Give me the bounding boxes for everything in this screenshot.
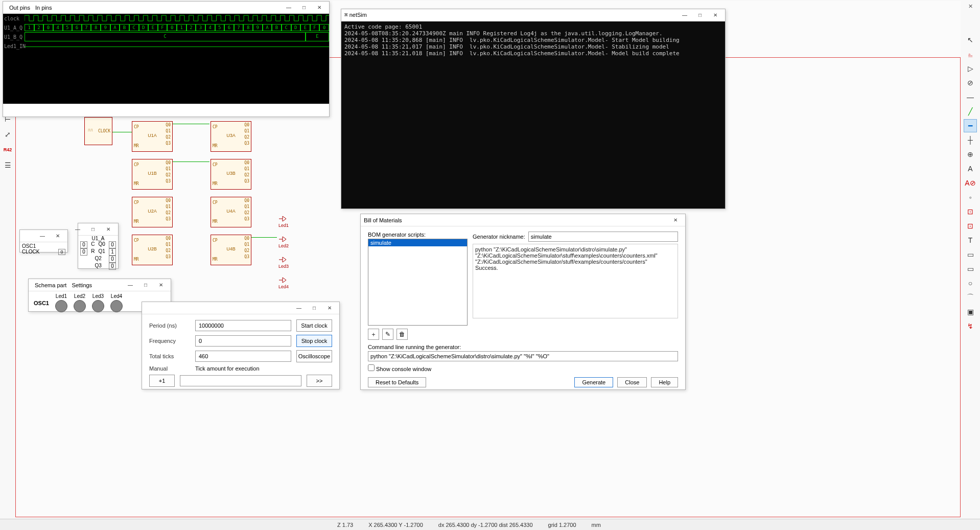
osc1-symbol[interactable]: OSC1 ⎍⎍ CLOCK	[84, 117, 112, 145]
tool-circle[interactable]: ○	[964, 276, 977, 290]
hex-cell: 0	[167, 24, 177, 31]
tool-highlight[interactable]: ⎁	[964, 48, 977, 61]
oscilloscope-button[interactable]: Oscilloscope	[296, 350, 332, 362]
maximize-icon[interactable]: □	[139, 280, 152, 290]
maximize-icon[interactable]: □	[297, 3, 311, 13]
maximize-icon[interactable]: □	[693, 10, 707, 20]
period-input[interactable]	[195, 320, 291, 331]
status-unit[interactable]: mm	[592, 522, 601, 528]
tick-amount-input[interactable]	[180, 375, 301, 386]
close-icon[interactable]: ✕	[51, 231, 64, 241]
hex-cell: B	[120, 24, 129, 31]
chip-u3a[interactable]: U3ACPMRQ0Q1Q2Q3	[211, 121, 251, 152]
minimize-icon[interactable]: —	[282, 3, 295, 13]
led4-indicator	[110, 300, 123, 312]
tool-image[interactable]: ▣	[964, 305, 977, 318]
tool-busentry[interactable]: ┼	[964, 133, 977, 147]
close-icon[interactable]: ✕	[154, 280, 168, 290]
bom-script-item[interactable]: simulate	[368, 239, 467, 246]
tool-sheetpin[interactable]: ⊡	[964, 219, 977, 233]
cmdline-label: Command line running the generator:	[368, 344, 678, 350]
chip-u2a[interactable]: U2ACPMRQ0Q1Q2Q3	[132, 197, 173, 227]
hex-cell: A	[110, 24, 120, 31]
frequency-label: Frequency	[149, 338, 190, 344]
hex-cell: E	[148, 24, 158, 31]
tool-hierlabel[interactable]: A⊘	[964, 176, 977, 190]
tool-no-connect[interactable]: ⊘	[964, 76, 977, 89]
oscilloscope-view[interactable]: clock U1_A_Q U1_B_Q Led1_IN 120456789ABC…	[3, 14, 329, 104]
chip-u4b[interactable]: U4BCPMRQ0Q1Q2Q3	[211, 235, 251, 265]
add-script-button[interactable]: ＋	[368, 329, 379, 340]
bom-dialog: Bill of Materials ✕ BOM generator script…	[360, 214, 686, 390]
chip-u2b[interactable]: U2BCPMRQ0Q1Q2Q3	[132, 235, 173, 265]
tool-arc[interactable]: ⌒	[964, 291, 977, 304]
console-output[interactable]: Active code page: 65001 2024-05-08T08:35…	[341, 21, 725, 209]
nickname-input[interactable]	[528, 232, 678, 242]
help-button[interactable]: Help	[651, 377, 678, 387]
minimize-icon[interactable]: —	[71, 224, 84, 235]
tool-text[interactable]: T	[964, 234, 977, 247]
app-close[interactable]: ✕	[963, 1, 978, 11]
tool-ref-designator[interactable]: R42	[1, 143, 14, 156]
cmdline-input[interactable]	[368, 351, 678, 361]
maximize-icon[interactable]: □	[308, 303, 321, 313]
right-toolbar: ↖ ⎁ ▷ ⊘ — ╱ ━ ┼ ⊕ A A⊘ ◦ ⊡ ⊡ T ▭ ▭ ○ ⌒ ▣…	[964, 33, 979, 333]
hex-cell: 1	[177, 24, 186, 31]
hex-cell: 5	[215, 24, 225, 31]
start-clock-button[interactable]: Start clock	[296, 319, 332, 332]
tab-out-pins[interactable]: Out pins	[9, 5, 30, 11]
hex-cell: 4	[205, 24, 215, 31]
tool-wire[interactable]: ╱	[964, 105, 977, 118]
tool-junction[interactable]: —	[964, 90, 977, 104]
tool-netlabel[interactable]: ⊕	[964, 148, 977, 161]
bom-scripts-listbox[interactable]: simulate	[368, 239, 468, 326]
clock-control-window: — □ ✕ Period (ns) Start clock Frequency …	[142, 302, 340, 389]
tab-in-pins[interactable]: In pins	[35, 5, 52, 11]
tool-rect[interactable]: ▭	[964, 248, 977, 261]
tool-measure[interactable]: ⤢	[1, 128, 14, 141]
tool-bus[interactable]: ━	[964, 119, 977, 132]
plus-one-button[interactable]: +1	[149, 375, 175, 387]
delete-script-button[interactable]: 🗑	[396, 329, 408, 340]
tool-rect2[interactable]: ▭	[964, 262, 977, 275]
close-icon[interactable]: ✕	[669, 215, 682, 225]
hex-cell: C	[129, 24, 139, 31]
minimize-icon[interactable]: —	[678, 10, 691, 20]
stop-clock-button[interactable]: Stop clock	[296, 335, 332, 347]
tool-select[interactable]: ↖	[964, 33, 977, 47]
tool-sheet[interactable]: ⊡	[964, 205, 977, 218]
frequency-input[interactable]	[195, 335, 291, 347]
tab-settings[interactable]: Settings	[72, 282, 92, 288]
chip-u1a[interactable]: U1ACPMRQ0Q1Q2Q3	[132, 121, 173, 152]
led1in-trace	[25, 47, 329, 56]
tool-power[interactable]: ◦	[964, 191, 977, 204]
minimize-icon[interactable]: —	[292, 303, 306, 313]
schema-part-osc-label: OSC1	[34, 300, 49, 306]
minimize-icon[interactable]: —	[36, 231, 49, 241]
chip-u1b[interactable]: U1BCPMRQ0Q1Q2Q3	[132, 159, 173, 190]
tab-schema-part[interactable]: Schema part	[35, 282, 66, 288]
close-icon[interactable]: ✕	[313, 3, 326, 13]
tool-globallabel[interactable]: A	[964, 162, 977, 175]
close-button[interactable]: Close	[617, 377, 647, 387]
tool-delete[interactable]: ↯	[964, 319, 977, 333]
tool-place-symbol[interactable]: ▷	[964, 62, 977, 75]
chip-u3b[interactable]: U3BCPMRQ0Q1Q2Q3	[211, 159, 251, 190]
wire	[251, 237, 277, 238]
led1-label: Led1	[56, 293, 67, 299]
hex-cell: F	[158, 24, 168, 31]
chip-u4a[interactable]: U4ACPMRQ0Q1Q2Q3	[211, 197, 251, 227]
close-icon[interactable]: ✕	[102, 224, 115, 235]
minimize-icon[interactable]: —	[124, 280, 137, 290]
reset-defaults-button[interactable]: Reset to Defaults	[368, 377, 426, 387]
edit-script-button[interactable]: ✎	[382, 329, 393, 340]
tool-panel[interactable]: ☰	[1, 158, 14, 172]
close-icon[interactable]: ✕	[709, 10, 722, 20]
generate-button[interactable]: Generate	[574, 377, 613, 387]
bom-scripts-label: BOM generator scripts:	[368, 232, 468, 238]
maximize-icon[interactable]: □	[86, 224, 100, 235]
close-icon[interactable]: ✕	[323, 303, 336, 313]
show-console-checkbox[interactable]: Show console window	[368, 366, 431, 372]
run-ticks-button[interactable]: >>	[307, 375, 332, 387]
total-ticks-input[interactable]	[195, 351, 291, 362]
